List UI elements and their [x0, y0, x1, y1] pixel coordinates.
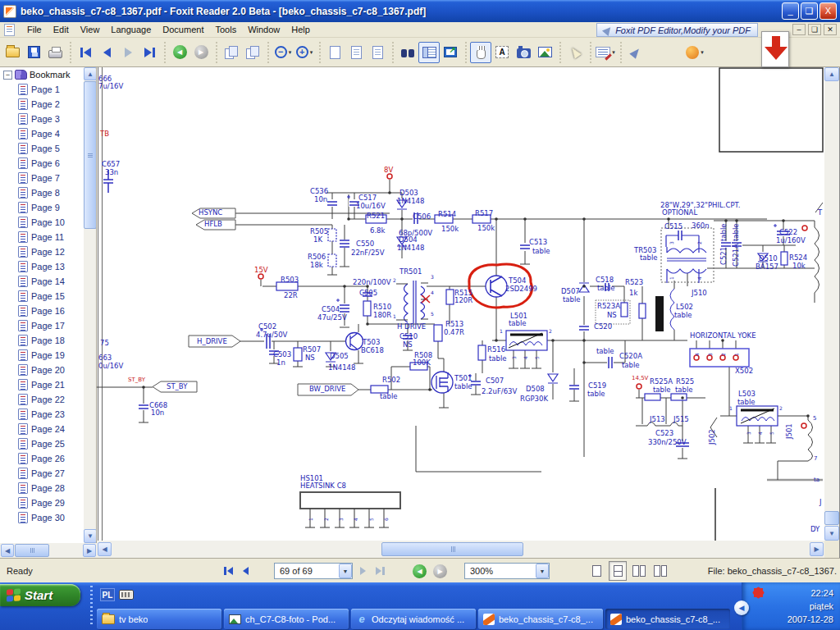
continuous-layout-button[interactable] [609, 561, 627, 581]
bookmark-item[interactable]: Page 30 [0, 510, 84, 525]
hand-tool-button[interactable] [470, 42, 491, 63]
find-button[interactable] [397, 42, 418, 63]
taskbar-button[interactable]: eOdczytaj wiadomość ... [351, 609, 476, 629]
bookmark-item[interactable]: Page 20 [0, 363, 84, 377]
select-text-button[interactable]: A [491, 42, 513, 63]
menu-language[interactable]: Language [105, 23, 157, 36]
taskbar-button[interactable]: beko_chassis_c7-c8_... [478, 609, 603, 629]
menu-view[interactable]: View [75, 23, 106, 36]
foxit-app-icon[interactable] [3, 5, 16, 18]
bookmark-item[interactable]: Page 31 [0, 525, 84, 527]
fit-page-button[interactable] [367, 42, 388, 63]
start-button[interactable]: Start [0, 584, 80, 606]
close-button[interactable]: X [819, 2, 837, 20]
forward-view-button[interactable]: ▶ [190, 42, 212, 63]
facing-layout-button[interactable] [630, 561, 648, 581]
save-button[interactable] [23, 42, 44, 63]
bookmark-item[interactable]: Page 13 [0, 259, 84, 274]
bookmark-item[interactable]: Page 22 [0, 392, 84, 407]
status-next-page-button[interactable] [359, 560, 367, 582]
bookmarks-scroll-left[interactable]: ◀ [1, 544, 14, 557]
extract-pages-button[interactable] [242, 42, 263, 63]
bookmarks-scroll-down[interactable]: ▼ [84, 529, 97, 543]
back-view-button[interactable]: ◀ [169, 42, 190, 63]
doc-scroll-up[interactable]: ▲ [824, 67, 839, 81]
image-tool-button[interactable] [534, 42, 555, 63]
page-number-select[interactable]: 69 of 69 ▼ [274, 563, 353, 579]
bookmark-item[interactable]: Page 5 [0, 141, 84, 156]
bookmark-item[interactable]: Page 27 [0, 466, 84, 481]
bookmarks-scroll-right[interactable]: ▶ [83, 544, 96, 557]
zoom-in-button[interactable]: +▾ [294, 42, 315, 63]
continuous-facing-layout-button[interactable] [651, 561, 669, 581]
bookmark-item[interactable]: Page 26 [0, 451, 84, 466]
doc-scroll-down[interactable]: ▼ [824, 526, 839, 541]
zoom-select[interactable]: 300% ▼ [464, 563, 550, 579]
doc-hscroll-thumb[interactable] [381, 542, 523, 556]
bookmark-item[interactable]: Page 15 [0, 289, 84, 304]
taskbar-grip[interactable] [90, 586, 93, 627]
foxit-editor-ad-banner[interactable]: Foxit PDF Editor,Modify your PDF [596, 23, 758, 37]
typewriter-button[interactable]: ▾ [595, 42, 616, 63]
open-in-window-button[interactable] [440, 42, 461, 63]
doc-restore-button[interactable]: ❏ [808, 24, 821, 35]
single-page-layout-button[interactable] [587, 561, 605, 581]
bookmarks-scroll-up[interactable]: ▲ [84, 67, 97, 80]
status-last-page-button[interactable] [375, 560, 386, 582]
doc-scroll-left[interactable]: ◀ [98, 542, 112, 556]
help-button[interactable]: ▾ [684, 42, 705, 63]
bookmark-item[interactable]: Page 3 [0, 112, 84, 126]
foxit-download-ad-arrow[interactable] [761, 31, 789, 67]
menu-edit[interactable]: Edit [48, 23, 75, 36]
status-back-icon[interactable]: ◀ [413, 564, 427, 578]
minimize-button[interactable]: _ [782, 2, 799, 20]
bookmark-item[interactable]: Page 24 [0, 422, 84, 436]
bookmark-item[interactable]: Page 25 [0, 436, 84, 451]
bookmarks-panel-toggle[interactable] [418, 42, 440, 63]
actual-size-button[interactable] [324, 42, 345, 63]
tray-alert-icon[interactable] [752, 587, 765, 600]
bookmark-item[interactable]: Page 16 [0, 304, 84, 318]
pdf-page-canvas[interactable]: 6667u/16VTBC65733n756630u/16VHSYNCHFLBC5… [97, 67, 824, 541]
select-annotation-button[interactable] [564, 42, 586, 63]
bookmark-item[interactable]: Page 11 [0, 230, 84, 244]
snapshot-button[interactable] [513, 42, 534, 63]
page-select-dropdown-icon[interactable]: ▼ [339, 564, 352, 578]
first-page-button[interactable] [75, 42, 96, 63]
bookmark-item[interactable]: Page 14 [0, 274, 84, 289]
taskbar-button[interactable]: ch_C7-C8-foto - Pod... [224, 609, 349, 629]
last-page-button[interactable] [139, 42, 160, 63]
bookmark-item[interactable]: Page 21 [0, 377, 84, 392]
bookmark-item[interactable]: Page 23 [0, 407, 84, 422]
bookmark-item[interactable]: Page 9 [0, 200, 84, 215]
bookmark-item[interactable]: Page 19 [0, 348, 84, 363]
bookmark-item[interactable]: Page 17 [0, 318, 84, 333]
taskbar-button[interactable]: tv beko [97, 609, 221, 629]
menu-tools[interactable]: Tools [209, 23, 242, 36]
status-previous-page-button[interactable] [242, 560, 249, 582]
tray-collapse-icon[interactable]: ◀ [734, 600, 749, 615]
bookmark-item[interactable]: Page 6 [0, 156, 84, 171]
bookmark-item[interactable]: Page 8 [0, 185, 84, 200]
doc-scroll-thumb[interactable] [824, 511, 839, 525]
bookmark-item[interactable]: Page 28 [0, 481, 84, 495]
bookmark-item[interactable]: Page 2 [0, 97, 84, 112]
bookmark-item[interactable]: Page 4 [0, 126, 84, 141]
zoom-select-dropdown-icon[interactable]: ▼ [536, 564, 549, 578]
doc-scroll-right[interactable]: ▶ [810, 542, 824, 556]
collapse-icon[interactable]: − [3, 71, 12, 80]
doc-close-button[interactable]: ✕ [824, 24, 837, 35]
next-page-button[interactable] [117, 42, 139, 63]
menu-help[interactable]: Help [285, 23, 316, 36]
language-indicator[interactable]: PL [100, 588, 115, 601]
bookmark-item[interactable]: Page 10 [0, 215, 84, 230]
zoom-out-button[interactable]: −▾ [272, 42, 294, 63]
print-button[interactable] [44, 42, 66, 63]
bookmark-item[interactable]: Page 1 [0, 82, 84, 97]
bookmark-item[interactable]: Page 18 [0, 333, 84, 348]
taskbar-button[interactable]: beko_chassis_c7-c8_... [605, 609, 730, 629]
menu-document[interactable]: Document [157, 23, 209, 36]
menu-file[interactable]: File [21, 23, 48, 36]
status-forward-icon[interactable]: ▶ [433, 564, 447, 578]
launch-editor-button[interactable] [625, 42, 646, 63]
